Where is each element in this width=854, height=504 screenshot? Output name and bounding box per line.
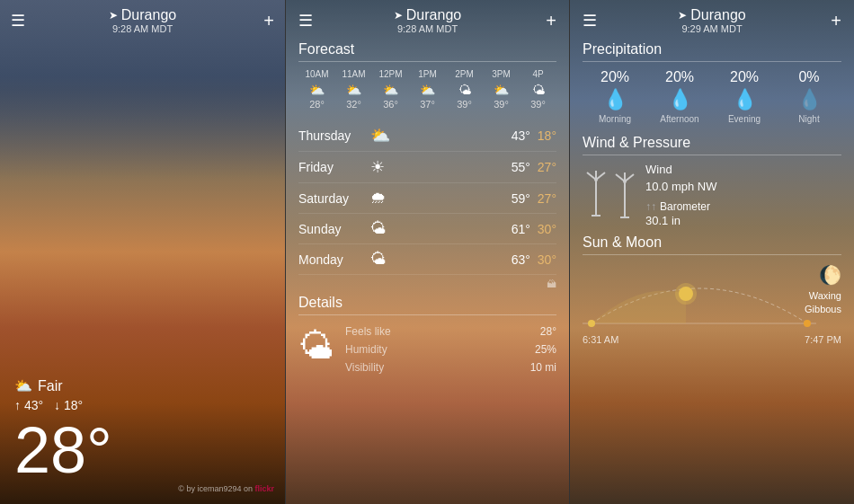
svg-point-14 bbox=[675, 283, 697, 305]
visibility-row: Visibility 10 mi bbox=[345, 358, 556, 376]
moon-phase-icon: 🌔 bbox=[805, 262, 841, 287]
turbine-1-svg bbox=[583, 171, 609, 220]
hour-6: 4P 🌤 39° bbox=[520, 69, 556, 110]
barometer-row: ↑↑ Barometer bbox=[645, 200, 716, 213]
hour-3: 1PM ⛅ 37° bbox=[409, 69, 446, 110]
header-3: ☰ ➤ Durango 9:29 AM MDT + bbox=[583, 0, 841, 41]
header-center-1: ➤ Durango 9:28 AM MDT bbox=[109, 7, 176, 34]
time-3: 9:29 AM MDT bbox=[678, 23, 745, 34]
time-2: 9:28 AM MDT bbox=[394, 23, 461, 34]
daily-forecast: Thursday ⛅ 43° 18° Friday ☀ 55° 27° Satu… bbox=[298, 120, 556, 275]
precip-afternoon: 20% 💧 Afternoon bbox=[647, 69, 712, 124]
feels-like-row: Feels like 28° bbox=[345, 323, 556, 340]
moon-phase-label: Waxing bbox=[805, 289, 841, 303]
header-center-2: ➤ Durango 9:28 AM MDT bbox=[394, 7, 461, 34]
svg-point-15 bbox=[588, 320, 595, 327]
wind-title: Wind & Pressure bbox=[583, 135, 841, 155]
day-thursday: Thursday ⛅ 43° 18° bbox=[298, 120, 556, 152]
condition-text: Fair bbox=[38, 378, 63, 394]
high-temp: ↑ 43° bbox=[14, 398, 43, 412]
add-location-button[interactable]: + bbox=[263, 11, 274, 31]
baro-value: 30.1 in bbox=[645, 214, 716, 227]
precip-evening: 20% 💧 Evening bbox=[712, 69, 777, 124]
add-location-button-2[interactable]: + bbox=[546, 11, 556, 31]
time-1: 9:28 AM MDT bbox=[109, 23, 176, 34]
sun-times: 6:31 AM 7:47 PM bbox=[583, 334, 841, 345]
menu-icon-2[interactable]: ☰ bbox=[298, 11, 313, 31]
baro-label: Barometer bbox=[660, 200, 710, 213]
svg-point-16 bbox=[804, 320, 811, 327]
condition-icon: ⛅ bbox=[14, 377, 32, 394]
hour-5: 3PM ⛅ 39° bbox=[483, 69, 520, 110]
precip-title: Precipitation bbox=[583, 41, 841, 62]
nav-arrow-icon: ➤ bbox=[109, 9, 118, 22]
svg-point-10 bbox=[623, 180, 627, 183]
hour-1: 11AM ⛅ 32° bbox=[335, 69, 372, 110]
sun-moon-area: 🌔 Waxing Gibbous 6:31 AM bbox=[583, 262, 841, 345]
panel-forecast: ☰ ➤ Durango 9:28 AM MDT + Forecast 10AM … bbox=[285, 0, 570, 504]
details-area: 🌤 Feels like 28° Humidity 25% Visibility… bbox=[298, 323, 556, 376]
turbine-2-svg bbox=[611, 171, 638, 220]
hourly-forecast: 10AM ⛅ 28° 11AM ⛅ 32° 12PM ⛅ 36° 1PM ⛅ 3… bbox=[298, 69, 556, 110]
day-friday: Friday ☀ 55° 27° bbox=[298, 152, 556, 183]
main-weather-info: ⛅ Fair ↑ 43° ↓ 18° 28° © by iceman9294 o… bbox=[0, 41, 285, 500]
low-temp: ↓ 18° bbox=[54, 398, 83, 412]
photo-credit: © by iceman9294 on flickr bbox=[178, 484, 274, 493]
day-sunday: Sunday 🌤 61° 30° bbox=[298, 214, 556, 244]
details-list: Feels like 28° Humidity 25% Visibility 1… bbox=[345, 323, 556, 376]
wind-speed-label: Wind bbox=[645, 163, 716, 176]
wind-speed-value: 10.0 mph NW bbox=[645, 180, 716, 193]
sun-arc-svg bbox=[583, 262, 816, 334]
menu-icon-3[interactable]: ☰ bbox=[583, 11, 597, 31]
svg-point-4 bbox=[594, 178, 598, 181]
hour-2: 12PM ⛅ 36° bbox=[372, 69, 409, 110]
high-low: ↑ 43° ↓ 18° bbox=[14, 398, 271, 412]
nav-arrow-icon-2: ➤ bbox=[394, 9, 403, 22]
day-monday: Monday 🌤 63° 30° bbox=[298, 244, 556, 275]
baro-arrows-icon: ↑↑ bbox=[645, 200, 656, 213]
precip-night: 0% 💧 Night bbox=[777, 69, 841, 124]
city-1: ➤ Durango bbox=[109, 7, 176, 23]
header-1: ☰ ➤ Durango 9:28 AM MDT + bbox=[0, 0, 285, 41]
panel-details: ☰ ➤ Durango 9:29 AM MDT + Precipitation … bbox=[570, 0, 854, 504]
moon-phase-label2: Gibbous bbox=[805, 303, 841, 316]
hour-4: 2PM 🌤 39° bbox=[446, 69, 483, 110]
precipitation-grid: 20% 💧 Morning 20% 💧 Afternoon 20% 💧 Even… bbox=[583, 69, 841, 124]
nav-arrow-icon-3: ➤ bbox=[678, 9, 687, 22]
details-title: Details bbox=[298, 295, 556, 315]
hour-0: 10AM ⛅ 28° bbox=[298, 69, 335, 110]
sunset-time: 7:47 PM bbox=[805, 334, 841, 345]
wind-details: Wind 10.0 mph NW ↑↑ Barometer 30.1 in bbox=[645, 163, 716, 227]
wind-area: Wind 10.0 mph NW ↑↑ Barometer 30.1 in bbox=[583, 163, 841, 227]
sunrise-time: 6:31 AM bbox=[583, 334, 618, 345]
menu-icon[interactable]: ☰ bbox=[11, 11, 25, 31]
moon-phase-info: 🌔 Waxing Gibbous bbox=[805, 262, 841, 317]
moon-icon-badge: 🏔 bbox=[298, 279, 556, 289]
wind-turbines-icon bbox=[583, 171, 638, 220]
humidity-row: Humidity 25% bbox=[345, 340, 556, 358]
header-center-3: ➤ Durango 9:29 AM MDT bbox=[678, 7, 745, 34]
sun-moon-title: Sun & Moon bbox=[583, 234, 841, 255]
forecast-title: Forecast bbox=[298, 41, 556, 62]
precip-morning: 20% 💧 Morning bbox=[583, 69, 647, 124]
panel-weather-main: ☰ ➤ Durango 9:28 AM MDT + ⛅ Fair ↑ 43° ↓… bbox=[0, 0, 285, 504]
day-saturday: Saturday 🌧 59° 27° bbox=[298, 183, 556, 214]
city-3: ➤ Durango bbox=[678, 7, 745, 23]
details-sun-icon: 🌤 bbox=[298, 323, 334, 367]
city-2: ➤ Durango bbox=[394, 7, 461, 23]
header-2: ☰ ➤ Durango 9:28 AM MDT + bbox=[298, 0, 556, 41]
add-location-button-3[interactable]: + bbox=[831, 11, 841, 31]
current-temp: 28° bbox=[14, 418, 271, 482]
